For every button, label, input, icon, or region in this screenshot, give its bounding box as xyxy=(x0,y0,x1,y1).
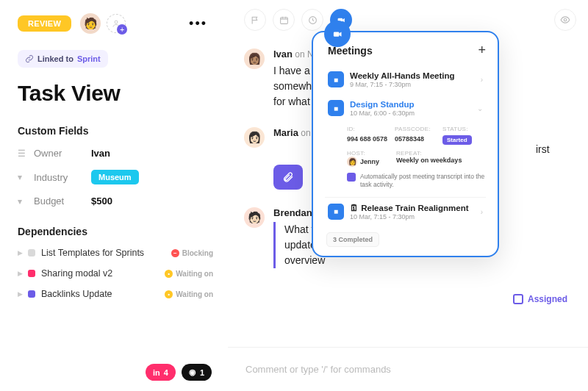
integration-pill-figma[interactable]: ◉1 xyxy=(182,364,212,381)
chevron-right-icon: ▶ xyxy=(18,249,23,257)
budget-value[interactable]: $500 xyxy=(91,196,112,207)
dependencies-heading: Dependencies xyxy=(18,226,213,237)
toolbar-flag-button[interactable] xyxy=(244,9,266,31)
dependency-item[interactable]: ▶ Sharing modal v2 •Waiting on xyxy=(18,268,213,279)
assigned-filter-chip[interactable]: Assigned xyxy=(513,294,567,304)
owner-icon: ☰ xyxy=(18,148,28,159)
id-label: ID: xyxy=(347,126,390,132)
plus-icon: + xyxy=(117,24,127,35)
meeting-status: Started xyxy=(442,135,472,145)
dependency-status: −Blocking xyxy=(171,249,213,257)
toolbar-watch-button[interactable] xyxy=(554,9,576,31)
owner-label: Owner xyxy=(34,148,91,159)
budget-icon: ▾ xyxy=(18,196,28,207)
svg-point-0 xyxy=(115,21,118,24)
linked-prefix: Linked to xyxy=(37,54,74,63)
dependency-title: Backlinks Update xyxy=(41,289,165,299)
assignee-avatar[interactable]: 🧑 xyxy=(80,13,101,34)
toolbar-calendar-button[interactable] xyxy=(273,9,295,31)
video-icon: ■ xyxy=(328,71,344,87)
chevron-right-icon: › xyxy=(481,76,483,84)
avatar: 👩🏻 xyxy=(244,127,265,148)
industry-value[interactable]: Museum xyxy=(91,170,139,184)
status-label: STATUS: xyxy=(442,126,486,132)
comment-input[interactable]: Comment or type '/' for commands xyxy=(228,347,588,391)
dependency-status: •Waiting on xyxy=(165,290,213,298)
toolbar-time-button[interactable] xyxy=(301,9,323,31)
industry-label: Industry xyxy=(34,172,91,183)
meeting-time: 10 Mar, 6:00 - 6:30pm xyxy=(350,110,471,117)
meeting-passcode: 05788348 xyxy=(395,135,438,145)
color-swatch xyxy=(28,249,35,257)
more-menu-button[interactable]: ••• xyxy=(189,16,207,32)
linked-target: Sprint xyxy=(77,54,101,63)
page-title: Task View xyxy=(18,81,213,106)
dependency-title: Sharing modal v2 xyxy=(41,268,165,279)
attachment-chip[interactable] xyxy=(273,165,303,190)
meeting-title: Design Standup xyxy=(350,100,471,109)
meeting-title: 🗓 Release Train Realignment xyxy=(350,204,475,212)
svg-point-4 xyxy=(564,18,567,21)
dependency-item[interactable]: ▶ Backlinks Update •Waiting on xyxy=(18,289,213,299)
dependency-status: •Waiting on xyxy=(165,270,213,278)
avatar: 👩🏽 xyxy=(244,49,265,69)
dependency-title: List Templates for Sprints xyxy=(41,248,171,258)
meeting-time: 9 Mar, 7:15 - 7:30pm xyxy=(350,81,475,88)
budget-label: Budget xyxy=(34,196,91,207)
meeting-time: 10 Mar, 7:15 - 7:30pm xyxy=(350,213,475,220)
meeting-id: 994 688 0578 xyxy=(347,135,390,145)
meeting-item[interactable]: ■ 🗓 Release Train Realignment 10 Mar, 7:… xyxy=(325,197,486,226)
host-avatar: 👩 xyxy=(347,157,357,167)
completed-meetings-pill[interactable]: 3 Completed xyxy=(326,232,379,247)
svg-rect-1 xyxy=(280,17,287,24)
owner-value[interactable]: Ivan xyxy=(91,148,110,159)
repeat-value: Weekly on weekdays xyxy=(396,157,486,164)
review-status-pill[interactable]: REVIEW xyxy=(18,15,71,32)
industry-icon: ▾ xyxy=(18,172,28,182)
video-icon xyxy=(324,21,351,47)
add-assignee-button[interactable]: + xyxy=(107,14,126,33)
host-label: HOST: xyxy=(347,150,392,157)
meeting-item[interactable]: ■ Design Standup 10 Mar, 6:00 - 6:30pm ⌄ xyxy=(325,94,486,123)
color-swatch xyxy=(28,270,35,277)
linked-to-chip[interactable]: Linked to Sprint xyxy=(18,50,108,68)
chevron-down-icon: ⌄ xyxy=(477,104,483,112)
auto-post-label: Automatically post meeting transcript in… xyxy=(360,173,486,190)
add-meeting-button[interactable]: + xyxy=(478,43,486,58)
host-name: Jenny xyxy=(360,158,379,165)
repeat-label: REPEAT: xyxy=(396,150,486,157)
video-icon: ■ xyxy=(328,100,344,116)
dependency-item[interactable]: ▶ List Templates for Sprints −Blocking xyxy=(18,248,213,258)
integration-pill-invision[interactable]: in4 xyxy=(146,364,176,381)
meeting-title: Weekly All-Hands Meeting xyxy=(350,71,475,80)
invision-icon: in xyxy=(153,368,160,377)
figma-icon: ◉ xyxy=(189,367,196,377)
chevron-right-icon: › xyxy=(481,208,483,216)
avatar: 🧑🏻 xyxy=(244,207,265,228)
auto-post-checkbox[interactable] xyxy=(347,173,356,182)
meeting-item[interactable]: ■ Weekly All-Hands Meeting 9 Mar, 7:15 -… xyxy=(325,65,486,94)
custom-fields-heading: Custom Fields xyxy=(18,125,213,137)
video-icon: ■ xyxy=(328,204,344,220)
chevron-right-icon: ▶ xyxy=(18,290,23,298)
svg-rect-5 xyxy=(333,32,339,36)
link-icon xyxy=(25,54,34,63)
color-swatch xyxy=(28,290,35,298)
chevron-right-icon: ▶ xyxy=(18,270,23,277)
passcode-label: PASSCODE: xyxy=(395,126,438,132)
checkbox-icon xyxy=(513,294,523,304)
meetings-popover: Meetings + ■ Weekly All-Hands Meeting 9 … xyxy=(312,31,499,257)
